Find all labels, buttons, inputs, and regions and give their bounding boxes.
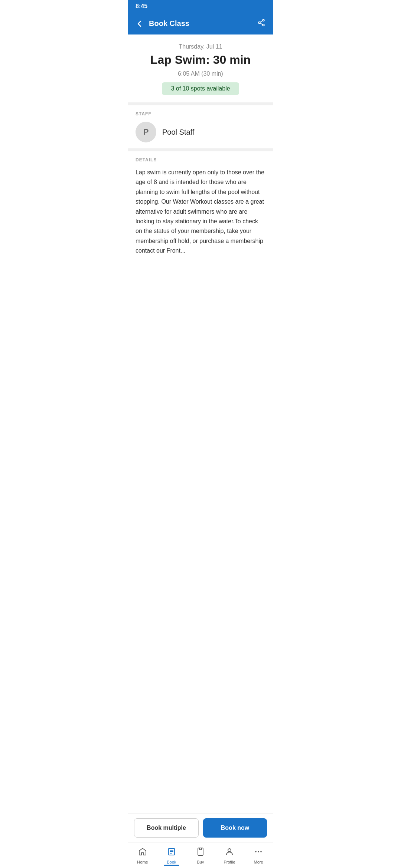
staff-section: STAFF P Pool Staff — [128, 105, 273, 148]
svg-point-2 — [263, 24, 264, 26]
svg-line-3 — [260, 21, 263, 22]
svg-point-1 — [258, 22, 260, 24]
staff-item: P Pool Staff — [136, 122, 265, 142]
staff-section-label: STAFF — [136, 111, 265, 116]
status-bar: 8:45 — [128, 0, 273, 13]
back-button[interactable] — [134, 18, 145, 29]
class-name: Lap Swim: 30 min — [136, 53, 265, 67]
app-header: Book Class — [128, 13, 273, 34]
svg-line-4 — [260, 23, 263, 24]
staff-avatar: P — [136, 122, 156, 142]
details-section: DETAILS Lap swim is currently open only … — [128, 151, 273, 315]
class-date: Thursday, Jul 11 — [136, 43, 265, 50]
section-divider-2 — [128, 148, 273, 151]
spots-badge: 3 of 10 spots available — [162, 82, 239, 95]
section-divider-1 — [128, 102, 273, 105]
header-left: Book Class — [134, 18, 189, 29]
header-title: Book Class — [149, 19, 189, 28]
class-info-section: Thursday, Jul 11 Lap Swim: 30 min 6:05 A… — [128, 34, 273, 102]
class-time: 6:05 AM (30 min) — [136, 70, 265, 77]
share-button[interactable] — [256, 17, 267, 30]
details-text: Lap swim is currently open only to those… — [136, 168, 265, 256]
staff-name: Pool Staff — [162, 128, 194, 137]
details-section-label: DETAILS — [136, 157, 265, 162]
main-content: Thursday, Jul 11 Lap Swim: 30 min 6:05 A… — [128, 34, 273, 315]
svg-point-0 — [263, 19, 264, 21]
status-time: 8:45 — [136, 3, 147, 10]
